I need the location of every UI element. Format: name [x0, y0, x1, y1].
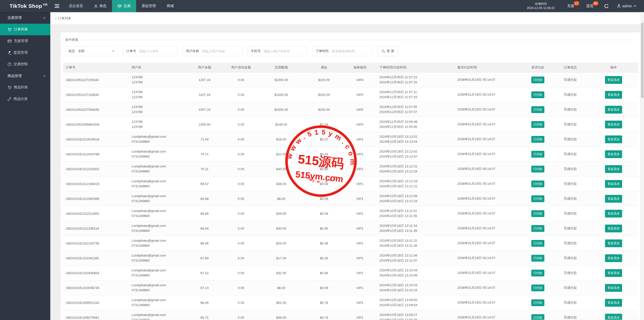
cell-paid-status: 已付款 [524, 147, 552, 162]
status-select[interactable]: 状态 全部 [65, 46, 118, 56]
cell-frozen-amount: 0.00 [225, 221, 257, 236]
fund-flow-button[interactable]: 资金流水 [605, 210, 622, 218]
fund-flow-button[interactable]: 资金流水 [605, 106, 622, 114]
refresh-icon [604, 4, 609, 9]
order-time-input[interactable] [332, 49, 369, 53]
column-header-9: 最后付款时间 [455, 63, 524, 73]
fund-flow-button[interactable]: 资金流水 [605, 299, 622, 307]
pay-time: 2024年10月18日 13:12:47 [379, 154, 452, 159]
user-name-line1: Londythato@gmail.com [132, 298, 182, 303]
sidebar-item-商品分类[interactable]: 商品分类 [0, 93, 50, 105]
withdraw-button[interactable]: 提现 65 [580, 0, 599, 12]
fund-flow-button[interactable]: 资金流水 [605, 239, 622, 247]
cell-commission: $0.59 [305, 206, 343, 221]
pay-time: 2024年10月18日 13:09:54 [379, 303, 452, 308]
pay-time: 2024年10月18日 13:10:25 [379, 288, 452, 293]
sidebar-group-2[interactable]: 商品管理 [0, 70, 50, 82]
column-header-4: 用户冻结金额 [225, 63, 257, 73]
recharge-count-badge: 17 [574, 1, 579, 6]
refresh-button[interactable] [599, 0, 613, 12]
cell-vip-level: VIP1 [343, 132, 377, 147]
fund-flow-button[interactable]: 资金流水 [605, 284, 622, 292]
cell-commission: $0.27 [305, 132, 343, 147]
cell-order-no: UB2410181309501242 [63, 295, 129, 310]
table-row: UB2410181310445654Londythato@gmail.com07… [63, 266, 638, 280]
gauge-icon [8, 62, 11, 66]
recharge-button[interactable]: 充值 17 [561, 0, 580, 12]
cell-order-no: UB2410181311512855 [63, 206, 129, 221]
cell-frozen-amount: 0.00 [225, 280, 257, 295]
sidebar-item-充值管理[interactable]: 充值管理 [0, 35, 50, 47]
top-nav-item-1[interactable]: 后台首页 [63, 0, 89, 12]
order-no-input[interactable] [139, 49, 174, 53]
top-nav-item-2[interactable]: 角色 [89, 0, 112, 12]
fund-flow-button[interactable]: 资金流水 [605, 121, 622, 128]
cell-frozen-amount: 0.00 [225, 87, 257, 102]
cell-action: 资金流水 [589, 251, 638, 266]
breadcrumb: » 订单列表 [50, 12, 644, 25]
cell-order-no: UB2410181313016916 [63, 132, 129, 147]
table-row: UB2410181311041165Londythato@gmail.com07… [63, 251, 638, 266]
fund-flow-button[interactable]: 资金流水 [605, 269, 622, 277]
cell-frozen-amount: 0.00 [225, 147, 257, 162]
cell-order-no: UB2410181312424768 [63, 147, 129, 162]
paid-badge: 已付款 [531, 285, 544, 291]
fund-flow-button[interactable]: 资金流水 [605, 165, 622, 173]
cell-action: 资金流水 [589, 266, 638, 280]
cell-vip-level: VIP1 [343, 162, 377, 176]
cell-order-no: UB2412051107054635 [63, 102, 129, 117]
paid-badge: 已付款 [531, 91, 544, 98]
cell-order-time: 2024年10月18日 13:10:442024年10月18日 13:10:49 [377, 266, 455, 280]
pay-time: 2024年10月18日 13:11:55 [379, 214, 452, 219]
sidebar-item-订单列表[interactable]: 订单列表 [0, 24, 50, 35]
fund-flow-button[interactable]: 资金流水 [605, 195, 622, 203]
fund-flow-button[interactable]: 资金流水 [605, 180, 622, 188]
user-name-input[interactable] [202, 49, 239, 53]
scrollbar-thumb[interactable] [641, 23, 643, 98]
cell-order-status: 完成付款 [552, 102, 589, 117]
fund-flow-button[interactable]: 资金流水 [605, 135, 622, 143]
cell-trade-amount: $1000.00 [257, 102, 305, 117]
search-button[interactable]: 搜 索 [378, 46, 398, 56]
sidebar-item-label: 提现管理 [14, 50, 28, 55]
cell-order-time: 2024年12月05日 11:07:232024年12月05日 11:07:25 [377, 73, 455, 87]
cell-order-time: 2024年12月05日 11:07:112024年12月05日 11:07:19 [377, 87, 455, 102]
cell-order-no: UB2410181312189419 [63, 176, 129, 191]
cell-action: 资金流水 [589, 87, 638, 102]
top-nav-item-5[interactable]: 商城 [161, 0, 179, 12]
paid-badge: 已付款 [531, 299, 544, 306]
sidebar-item-提现管理[interactable]: 提现管理 [0, 47, 50, 58]
cell-last-pay-time: 2038年01月19日 05:14:07 [455, 266, 524, 280]
fund-flow-button[interactable]: 资金流水 [605, 150, 622, 158]
hamburger-icon [55, 4, 59, 8]
app-logo: TikTok Shop V20 [0, 0, 50, 12]
paid-badge: 已付款 [531, 136, 544, 143]
hamburger-menu-button[interactable] [50, 0, 63, 12]
cell-balance: 1005.00 [184, 117, 225, 132]
cell-balance: 69.48 [184, 191, 225, 206]
fund-flow-button[interactable]: 资金流水 [605, 314, 622, 320]
cell-order-status: 完成付款 [552, 295, 589, 310]
cell-trade-amount: $36.00 [257, 176, 305, 191]
sidebar-item-交易控制[interactable]: 交易控制 [0, 58, 50, 70]
sidebar-group-1[interactable]: 交易管理 [0, 12, 50, 24]
fund-flow-button[interactable]: 资金流水 [605, 76, 622, 84]
fund-flow-button[interactable]: 资金流水 [605, 225, 622, 232]
cell-user-name: Londythato@gmail.com0731349660 [129, 147, 184, 162]
person-icon [94, 4, 98, 8]
cell-balance: 1207.24 [184, 73, 225, 87]
breadcrumb-current: 订单列表 [58, 16, 71, 21]
user-menu[interactable]: admin [613, 0, 644, 12]
sidebar-item-商品列表[interactable]: 商品列表 [0, 82, 50, 93]
user-name-line2: 0731349660 [132, 273, 182, 278]
fund-flow-button[interactable]: 资金流水 [605, 91, 622, 99]
top-nav-item-4[interactable]: 系统管理 [136, 0, 161, 12]
table-row: UB24120511071185441237891237891107.240.0… [63, 87, 638, 102]
chevron-down-icon [43, 75, 46, 77]
vertical-scrollbar[interactable] [640, 12, 644, 320]
phone-input[interactable] [264, 49, 304, 53]
top-nav-item-3[interactable]: 交易 [112, 0, 136, 12]
table-row: UB2410181311512855Londythato@gmail.com07… [63, 206, 638, 221]
fund-flow-button[interactable]: 资金流水 [605, 254, 622, 262]
cell-frozen-amount: 0.00 [225, 191, 257, 206]
